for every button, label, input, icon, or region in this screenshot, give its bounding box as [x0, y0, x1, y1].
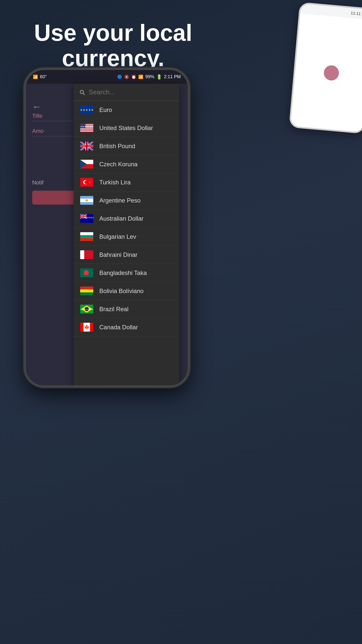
phone-inner: 📶 60° 🔵 🔇 ⏰ 📶 99% 🔋 2:11 PM ← Title Amo … — [26, 70, 188, 385]
back-arrow[interactable]: ← — [32, 101, 41, 112]
search-input[interactable] — [89, 88, 174, 96]
svg-rect-15 — [80, 130, 93, 131]
currency-flag — [80, 287, 93, 295]
currency-item[interactable]: ORDEM E PROGRESSO Brazil Real — [74, 300, 179, 318]
currency-flag — [80, 232, 93, 241]
currency-name: Bahraini Dinar — [99, 251, 138, 258]
currency-flag — [80, 142, 93, 150]
svg-point-0 — [80, 90, 83, 94]
notif-label: Notif — [32, 179, 43, 186]
status-bar: 📶 60° 🔵 🔇 ⏰ 📶 99% 🔋 2:11 PM — [26, 70, 188, 84]
headline: Use your local currency. — [0, 20, 226, 71]
battery-icon: 🔋 — [156, 74, 162, 80]
currency-item[interactable]: British Pound — [74, 137, 179, 155]
currency-item[interactable]: Bulgarian Lev — [74, 228, 179, 246]
svg-rect-66 — [80, 323, 83, 332]
svg-rect-28 — [80, 145, 93, 147]
phone2-content — [290, 14, 362, 132]
currency-item[interactable]: Czech Koruna — [74, 155, 179, 173]
svg-rect-12 — [80, 128, 93, 129]
headline-line2: currency. — [62, 45, 164, 71]
amount-label: Amo — [32, 128, 43, 134]
currency-dropdown: ★★★★★ Euro ★★★★★★★★★★★★★★★★★★★★★★★★★★★★★… — [74, 84, 179, 385]
svg-rect-51 — [80, 235, 93, 238]
currency-name: Bangladeshi Taka — [99, 269, 147, 276]
currency-name: Australian Dollar — [99, 215, 144, 222]
svg-rect-52 — [80, 238, 93, 241]
svg-rect-54 — [80, 250, 84, 259]
currency-flag: ☽ — [80, 178, 93, 187]
currency-name: British Pound — [99, 143, 135, 150]
temperature: 60° — [40, 74, 47, 79]
search-bar[interactable] — [74, 84, 179, 101]
signal-icon: 📶 — [138, 74, 143, 79]
currency-flag: ✦✦✦✦✦ — [80, 214, 93, 223]
currency-flag: ORDEM E PROGRESSO — [80, 305, 93, 313]
svg-point-38 — [86, 199, 88, 202]
currency-item[interactable]: ★★★★★★★★★★★★★★★★★★★★★★★★★★★★★★★★★★★★★★★★… — [74, 119, 179, 137]
svg-rect-58 — [80, 287, 93, 290]
currency-item[interactable]: Argentine Peso — [74, 191, 179, 210]
svg-line-1 — [83, 93, 85, 95]
svg-text:✦✦✦✦✦: ✦✦✦✦✦ — [84, 216, 93, 219]
currency-name: Bolivia Bolíviano — [99, 288, 144, 295]
currency-item[interactable]: 🍁 Canada Dollar — [74, 318, 179, 336]
status-right: 🔵 🔇 ⏰ 📶 99% 🔋 2:11 PM — [117, 74, 181, 80]
wifi-icon: 📶 — [33, 74, 38, 79]
svg-rect-60 — [80, 292, 93, 295]
currency-name: Argentine Peso — [99, 197, 141, 204]
currency-item[interactable]: Bolivia Bolíviano — [74, 282, 179, 300]
svg-rect-59 — [80, 290, 93, 293]
currency-name: United States Dollar — [99, 125, 153, 132]
currency-flag — [80, 160, 93, 169]
currency-flag — [80, 268, 93, 277]
status-left: 📶 60° — [33, 74, 47, 79]
phone2-frame: 11:11 📶 — [289, 2, 362, 134]
alarm-icon: ⏰ — [131, 74, 136, 79]
currency-list: ★★★★★ Euro ★★★★★★★★★★★★★★★★★★★★★★★★★★★★★… — [74, 101, 179, 384]
title-label: Title — [32, 113, 42, 119]
currency-name: Bulgarian Lev — [99, 233, 136, 240]
svg-rect-50 — [80, 232, 93, 235]
svg-rect-13 — [80, 129, 93, 130]
currency-flag — [80, 250, 93, 259]
currency-item[interactable]: ✦✦✦✦✦ Australian Dollar — [74, 210, 179, 228]
currency-name: Turkish Lira — [99, 179, 130, 186]
phone2-time: 11:11 — [350, 11, 361, 16]
svg-point-57 — [84, 270, 89, 275]
mute-icon: 🔇 — [124, 74, 129, 79]
svg-rect-14 — [80, 130, 93, 130]
currency-item[interactable]: Bangladeshi Taka — [74, 264, 179, 282]
currency-flag: ★★★★★★★★★★★★★★★★★★★★★★★★★★★★★★★★★★★★★★★★… — [80, 124, 93, 132]
battery: 99% — [145, 74, 154, 79]
phone-frame: 📶 60° 🔵 🔇 ⏰ 📶 99% 🔋 2:11 PM ← Title Amo … — [24, 68, 190, 387]
svg-text:☽: ☽ — [88, 181, 90, 184]
svg-rect-16 — [80, 131, 93, 132]
currency-name: Brazil Real — [99, 306, 128, 313]
currency-name: Czech Koruna — [99, 161, 138, 168]
svg-text:★★★★★★★★★★★★★★★★★★★★★★★★★★★★★★: ★★★★★★★★★★★★★★★★★★★★★★★★★★★★★★★★★★★★★★★★… — [80, 126, 93, 128]
svg-text:ORDEM E PROGRESSO: ORDEM E PROGRESSO — [80, 309, 93, 310]
svg-rect-17 — [80, 132, 93, 132]
time: 2:11 PM — [164, 74, 181, 79]
svg-text:🍁: 🍁 — [84, 325, 90, 330]
currency-item[interactable]: Bahraini Dinar — [74, 246, 179, 264]
currency-name: Euro — [99, 106, 112, 113]
bluetooth-icon: 🔵 — [117, 74, 122, 79]
currency-item[interactable]: ★★★★★ Euro — [74, 101, 179, 119]
svg-point-34 — [84, 181, 88, 184]
svg-text:★★★★★: ★★★★★ — [80, 108, 93, 112]
currency-flag: 🍁 — [80, 323, 93, 332]
currency-name: Canada Dollar — [99, 324, 138, 331]
currency-flag — [80, 196, 93, 205]
search-icon — [79, 89, 85, 95]
svg-rect-67 — [90, 323, 93, 332]
headline-line1: Use your local — [34, 20, 192, 46]
currency-flag: ★★★★★ — [80, 105, 93, 114]
currency-item[interactable]: ☽ Turkish Lira — [74, 173, 179, 191]
